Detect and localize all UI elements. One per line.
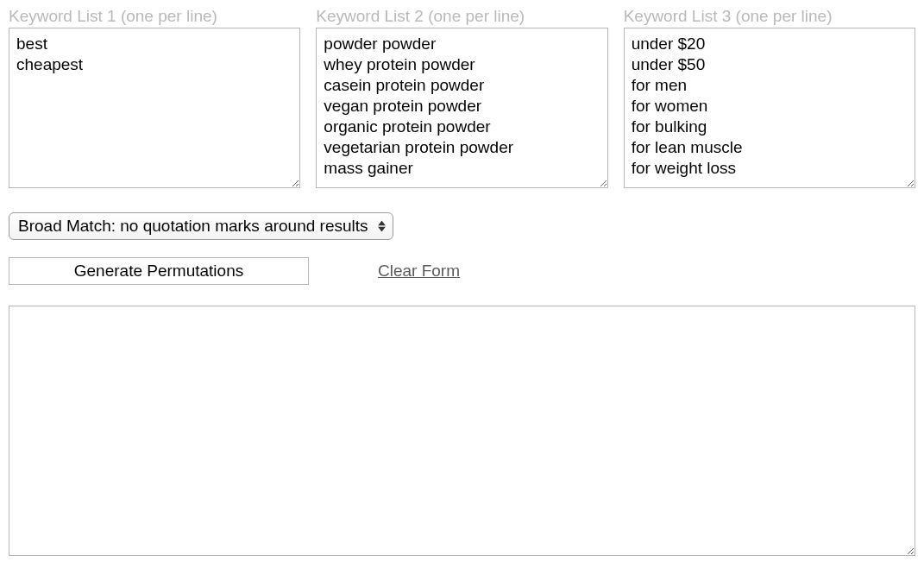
keyword-lists-row: Keyword List 1 (one per line) Keyword Li… xyxy=(9,7,915,188)
keyword-list-2-label: Keyword List 2 (one per line) xyxy=(316,7,607,26)
keyword-list-3-label: Keyword List 3 (one per line) xyxy=(624,7,915,26)
keyword-list-1-input[interactable] xyxy=(9,28,300,188)
svg-marker-1 xyxy=(378,227,386,232)
clear-form-link[interactable]: Clear Form xyxy=(378,262,460,281)
keyword-list-1-label: Keyword List 1 (one per line) xyxy=(9,7,300,26)
svg-marker-0 xyxy=(378,221,386,226)
keyword-list-3-col: Keyword List 3 (one per line) xyxy=(624,7,915,188)
match-type-selected-label: Broad Match: no quotation marks around r… xyxy=(18,217,368,235)
keyword-list-3-input[interactable] xyxy=(624,28,915,188)
results-output[interactable] xyxy=(9,306,915,556)
keyword-list-2-col: Keyword List 2 (one per line) xyxy=(316,7,607,188)
select-arrows-icon xyxy=(378,221,386,232)
action-row: Generate Permutations Clear Form xyxy=(9,257,915,285)
match-type-select[interactable]: Broad Match: no quotation marks around r… xyxy=(9,212,393,240)
keyword-list-2-input[interactable] xyxy=(316,28,607,188)
generate-permutations-button[interactable]: Generate Permutations xyxy=(9,257,309,285)
keyword-list-1-col: Keyword List 1 (one per line) xyxy=(9,7,300,188)
